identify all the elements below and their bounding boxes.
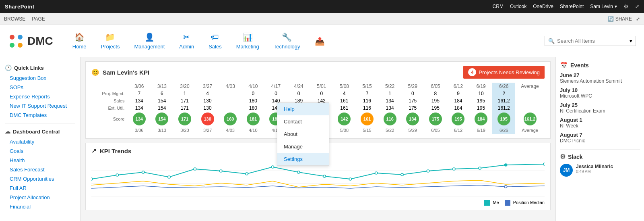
kpi-date-cell: 6/19 (470, 126, 493, 134)
sidebar-item-expense[interactable]: Expense Reports (0, 92, 80, 101)
trends-title-text: KPI Trends (100, 148, 131, 154)
kpi-cell: 175 (401, 97, 424, 104)
nav-bar: DMC 🏠 Home 📁 Projects 👤 Management ✂ Adm… (0, 25, 644, 57)
kpi-cell: 134 (128, 104, 151, 112)
onedrive-link[interactable]: OneDrive (533, 4, 553, 9)
kpi-date-cell: 3/20 (173, 126, 196, 134)
sidebar-item-salesforecast[interactable]: Sales Forecast (0, 165, 80, 174)
svg-point-20 (401, 173, 403, 176)
event-item: August 1 NI Week (560, 117, 640, 129)
outlook-link[interactable]: Outlook (510, 4, 526, 9)
kpi-date-cell: 6/26 (492, 126, 515, 134)
kpi-cell: 195 (470, 104, 493, 112)
kpi-col-header: 5/29 (401, 83, 424, 90)
kpi-date-cell: 3/13 (151, 126, 173, 134)
browse-tab[interactable]: BROWSE (4, 16, 25, 22)
kpi-cell: 7 (128, 90, 151, 97)
search-input[interactable] (557, 38, 630, 44)
search-dropdown-icon[interactable]: ▾ (630, 38, 632, 44)
home-icon: 🏠 (74, 32, 85, 42)
svg-point-3 (18, 43, 23, 48)
events-title-text: Events (570, 62, 589, 69)
sidebar-item-suggestion[interactable]: Suggestion Box (0, 73, 80, 83)
event-name: Microsoft WPC (560, 93, 640, 99)
sharepoint-link[interactable]: SharePoint (560, 4, 584, 9)
kpi-cell (515, 97, 545, 104)
sidebar-item-crm[interactable]: CRM Opportunities (0, 174, 80, 183)
kpi-cell: 134 (128, 97, 151, 104)
nav-technology-label: Technology (274, 44, 300, 50)
kpi-score-cell: 184 (470, 112, 493, 126)
page-tab[interactable]: PAGE (32, 16, 45, 22)
nav-admin[interactable]: ✂ Admin (172, 25, 201, 57)
sidebar-item-templates[interactable]: DMC Templates (0, 110, 80, 120)
kpi-cell: 1 (378, 90, 401, 97)
kpi-date-cell: 4/10 (242, 126, 265, 134)
content-area: 😊 Sam Levin's KPI 4 Projects Needs Revie… (80, 57, 555, 221)
nav-sales-label: Sales (208, 44, 222, 50)
svg-point-19 (375, 172, 378, 174)
kpi-score-cell: 134 (128, 112, 151, 126)
kpi-cell: 180 (242, 97, 265, 104)
svg-point-15 (271, 166, 274, 168)
slack-avatar: JM (560, 164, 573, 177)
svg-point-9 (116, 174, 118, 176)
kpi-date-cell: 5/22 (378, 126, 401, 134)
sidebar-item-projectalloc[interactable]: Project Allocation (0, 193, 80, 202)
kpi-cell: 175 (401, 104, 424, 112)
sidebar-item-goals[interactable]: Goals (0, 146, 80, 156)
fullscreen-icon[interactable]: ⤢ (635, 4, 639, 9)
gear-icon[interactable]: ⚙ (623, 3, 629, 10)
kpi-cell: 134 (378, 97, 401, 104)
share-button[interactable]: 🔄 SHARE (608, 16, 632, 22)
projects-needs-reviewing-button[interactable]: 4 Projects Needs Reviewing (463, 66, 545, 79)
kpi-cell: 0 (242, 90, 265, 97)
dropdown-item-contact[interactable]: Contact (277, 115, 329, 128)
sidebar-item-itsupport[interactable]: New IT Support Request (0, 101, 80, 110)
dashboard-section: ☁ Dashboard Central Availability Goals H… (0, 126, 80, 211)
kpi-cell: 171 (173, 97, 196, 104)
sidebar-item-availability[interactable]: Availability (0, 137, 80, 146)
slack-time: 0:49 AM (576, 169, 613, 174)
nav-technology[interactable]: 🔧 Technology (266, 25, 308, 57)
quick-links-label: Quick Links (14, 65, 44, 71)
kpi-col-header: 5/15 (356, 83, 379, 90)
nav-projects[interactable]: 📁 Projects (93, 25, 127, 57)
quick-links-section: 🕐 Quick Links Suggestion Box SOPs Expens… (0, 62, 80, 120)
user-menu[interactable]: Sam Levin ▾ (590, 4, 617, 9)
kpi-row-projmgmt: Proj. Mgmt.76140000471089102 (91, 90, 545, 97)
kpi-score-cell: 171 (173, 112, 196, 126)
crm-link[interactable]: CRM (493, 4, 504, 9)
sidebar-item-fullar[interactable]: Full AR (0, 183, 80, 193)
kpi-cell: 9 (447, 90, 470, 97)
kpi-cell: 195 (470, 97, 493, 104)
kpi-cell: 116 (356, 104, 379, 112)
search-box[interactable]: 🔍 ▾ (545, 36, 636, 46)
sidebar-item-sops[interactable]: SOPs (0, 83, 80, 92)
nav-home[interactable]: 🏠 Home (65, 25, 94, 57)
event-item: August 7 DMC Picnic (560, 132, 640, 144)
slack-item: JM Jessica Mlinaric 0:49 AM (560, 164, 640, 177)
nav-upload[interactable]: 📤 (308, 25, 332, 57)
nav-sales[interactable]: 🏷 Sales (201, 25, 229, 57)
nav-marketing[interactable]: 📊 Marketing (229, 25, 266, 57)
sidebar-item-financial[interactable]: Financial (0, 202, 80, 211)
kpi-score-cell: 181 (242, 112, 265, 126)
expand-icon[interactable]: ⤢ (636, 16, 640, 22)
dropdown-item-about[interactable]: About (277, 128, 329, 140)
nav-projects-label: Projects (101, 44, 120, 50)
app-name: SharePoint (5, 4, 35, 10)
dropdown-item-manage[interactable]: Manage (277, 140, 329, 153)
kpi-cell: 171 (173, 104, 196, 112)
projects-count-badge: 4 (468, 68, 476, 76)
sidebar-item-health[interactable]: Health (0, 156, 80, 165)
upload-icon: 📤 (315, 36, 325, 46)
nav-management[interactable]: 👤 Management (127, 25, 172, 57)
svg-point-2 (10, 43, 14, 48)
dashboard-icon: ☁ (5, 128, 10, 135)
kpi-title-text: Sam Levin's KPI (103, 69, 149, 76)
event-date: June 27 (560, 72, 640, 78)
dropdown-item-settings[interactable]: Settings (277, 153, 329, 165)
dropdown-item-help[interactable]: Help (277, 103, 329, 115)
kpi-cell: 130 (196, 104, 219, 112)
